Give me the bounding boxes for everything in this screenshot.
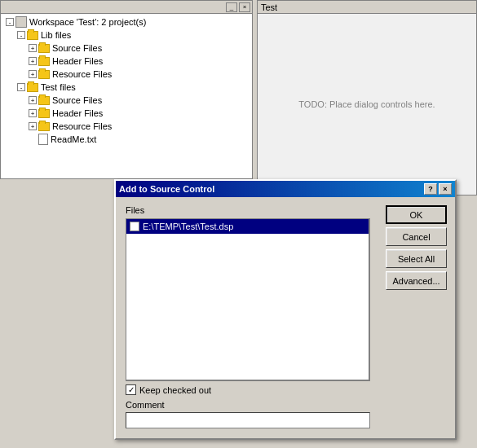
tree-label-workspace: Workspace 'Test': 2 project(s): [29, 17, 146, 27]
close-button[interactable]: ×: [239, 2, 250, 12]
dialog-action-buttons: OK Cancel Select All Advanced...: [386, 205, 447, 290]
file-tree-panel: _ × - Workspace 'Test': 2 project(s) - L…: [0, 0, 253, 179]
expand-icon-resource-2: +: [29, 122, 37, 130]
comment-label: Comment: [126, 400, 445, 410]
item-checkbox-dsp[interactable]: ✓: [130, 222, 139, 231]
tree-item-workspace[interactable]: - Workspace 'Test': 2 project(s): [2, 15, 250, 29]
expand-icon-workspace: -: [6, 18, 14, 26]
expand-icon-resource-1: +: [29, 70, 37, 78]
tree-label-header-1: Header Files: [52, 56, 103, 66]
expand-icon-source-1: +: [29, 44, 37, 52]
folder-icon-test: [27, 83, 38, 92]
advanced-button[interactable]: Advanced...: [386, 271, 447, 290]
expand-icon-header-1: +: [29, 57, 37, 65]
expand-icon-header-2: +: [29, 109, 37, 117]
tree-item-header-1[interactable]: + Header Files: [2, 55, 250, 68]
tree-label-readme: ReadMe.txt: [51, 134, 96, 144]
keep-checked-out-label: Keep checked out: [139, 385, 211, 395]
ide-background: _ × - Workspace 'Test': 2 project(s) - L…: [0, 0, 477, 448]
select-all-button[interactable]: Select All: [386, 249, 447, 268]
folder-icon-header-2: [38, 109, 50, 118]
tree-label-test-files: Test files: [41, 82, 76, 92]
item-path-dsp: E:\TEMP\Test\Test.dsp: [143, 222, 233, 231]
dialog-help-button[interactable]: ?: [424, 183, 437, 195]
comment-input[interactable]: [126, 412, 370, 428]
workspace-icon: [15, 16, 27, 28]
cancel-button[interactable]: Cancel: [386, 227, 447, 246]
tree-item-test-files[interactable]: - Test files: [2, 81, 250, 94]
file-icon-readme: [38, 134, 48, 145]
folder-icon-source-2: [38, 96, 50, 105]
folder-icon-resource-1: [38, 70, 50, 79]
expand-icon-lib: -: [17, 31, 25, 39]
dialog-titlebar: Add to Source Control ? ×: [116, 181, 455, 197]
tree-label-lib-files: Lib files: [41, 30, 71, 40]
ok-button[interactable]: OK: [386, 205, 447, 224]
preview-content: TODO: Place dialog controls here.: [258, 14, 476, 195]
tree-item-lib-files[interactable]: - Lib files: [2, 29, 250, 42]
keep-checked-out-checkbox[interactable]: ✓: [126, 384, 136, 395]
dialog-title-text: Add to Source Control: [119, 184, 214, 194]
dialog-title-label: Add to Source Control: [119, 184, 214, 194]
dialog-title-buttons: ? ×: [424, 183, 452, 195]
dialog-footer: ✓ Keep checked out Comment: [116, 384, 455, 428]
tree-label-header-2: Header Files: [52, 108, 103, 118]
files-listbox[interactable]: ✓ E:\TEMP\Test\Test.dsp: [126, 218, 370, 381]
preview-placeholder-text: TODO: Place dialog controls here.: [298, 99, 435, 109]
folder-icon-lib: [27, 31, 38, 40]
dialog-close-button[interactable]: ×: [439, 183, 452, 195]
tree-item-source-2[interactable]: + Source Files: [2, 94, 250, 107]
tree-label-source-1: Source Files: [52, 43, 102, 53]
dialog-add-to-source-control: Add to Source Control ? × Files ✓ E:\TEM…: [114, 179, 457, 440]
tree-item-resource-2[interactable]: + Resource Files: [2, 120, 250, 133]
preview-title-text: Test: [261, 2, 277, 12]
folder-icon-header-1: [38, 57, 50, 66]
folder-icon-source-1: [38, 44, 50, 53]
tree-label-resource-2: Resource Files: [52, 121, 112, 131]
preview-panel: Test TODO: Place dialog controls here.: [257, 0, 477, 195]
tree-item-resource-1[interactable]: + Resource Files: [2, 68, 250, 81]
expand-icon-test: -: [17, 83, 25, 91]
tree-label-source-2: Source Files: [52, 95, 102, 105]
expand-icon-source-2: +: [29, 96, 37, 104]
folder-icon-resource-2: [38, 122, 50, 131]
tree-item-header-2[interactable]: + Header Files: [2, 107, 250, 120]
minimize-button[interactable]: _: [226, 2, 237, 12]
tree-item-readme[interactable]: ReadMe.txt: [2, 133, 250, 146]
tree-item-source-1[interactable]: + Source Files: [2, 42, 250, 55]
tree-label-resource-1: Resource Files: [52, 69, 112, 79]
panel-titlebar: _ ×: [1, 1, 252, 14]
list-item-dsp[interactable]: ✓ E:\TEMP\Test\Test.dsp: [126, 219, 369, 234]
preview-title: Test: [258, 1, 476, 14]
tree-content: - Workspace 'Test': 2 project(s) - Lib f…: [1, 14, 252, 147]
keep-checked-out-row: ✓ Keep checked out: [126, 384, 445, 395]
